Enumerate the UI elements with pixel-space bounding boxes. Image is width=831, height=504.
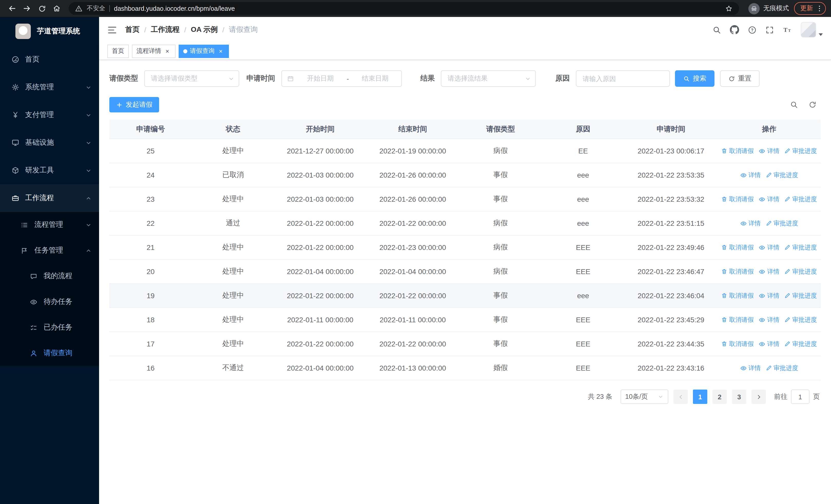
- cell-type: 事假: [459, 291, 542, 300]
- avatar[interactable]: [801, 22, 816, 37]
- sidebar-toggle-icon[interactable]: [107, 25, 117, 35]
- tab-leave-query[interactable]: 请假查询 ×: [179, 45, 229, 58]
- cell-actions: 取消请假详情审批进度: [718, 339, 821, 348]
- sidebar-item-system[interactable]: 系统管理: [0, 73, 99, 101]
- github-icon[interactable]: [730, 25, 739, 34]
- cancel-action-link[interactable]: 取消请假: [721, 243, 754, 252]
- sidebar-item-my-processes[interactable]: 我的流程: [0, 263, 99, 289]
- reset-button[interactable]: 重置: [720, 70, 760, 87]
- sidebar-item-workflow[interactable]: 工作流程: [0, 184, 99, 212]
- logo-image: [16, 24, 31, 39]
- browser-home-button[interactable]: [50, 2, 64, 16]
- sidebar-item-dev-tools[interactable]: 研发工具: [0, 156, 99, 184]
- create-leave-button[interactable]: 发起请假: [109, 97, 159, 112]
- breadcrumb-item[interactable]: OA 示例: [191, 25, 218, 34]
- sidebar-item-process-management[interactable]: 流程管理: [0, 212, 99, 238]
- url-text: dashboard.yudao.iocoder.cn/bpm/oa/leave: [114, 5, 721, 12]
- reason-input[interactable]: [582, 75, 663, 82]
- detail-action-link[interactable]: 详情: [740, 171, 761, 179]
- prev-page-button[interactable]: [674, 390, 688, 404]
- column-header: 状态: [192, 124, 275, 134]
- browser-reload-button[interactable]: [35, 2, 49, 16]
- sidebar-item-leave-query[interactable]: 请假查询: [0, 340, 99, 366]
- browser-menu-icon[interactable]: [815, 5, 823, 12]
- detail-action-link[interactable]: 详情: [759, 267, 779, 276]
- cancel-action-link[interactable]: 取消请假: [721, 339, 754, 348]
- sidebar-item-payment[interactable]: 支付管理: [0, 101, 99, 129]
- cancel-action-link[interactable]: 取消请假: [721, 316, 754, 324]
- address-bar[interactable]: 不安全 dashboard.yudao.iocoder.cn/bpm/oa/le…: [69, 2, 739, 15]
- page-button-1[interactable]: 1: [693, 390, 707, 404]
- sidebar-item-todo-tasks[interactable]: 待办任务: [0, 289, 99, 315]
- sidebar-item-infrastructure[interactable]: 基础设施: [0, 129, 99, 156]
- page-content: 请假类型 请选择请假类型 申请时间 开始日期 - 结束日期 结果 请选择流: [99, 60, 831, 504]
- cancel-action-link[interactable]: 取消请假: [721, 267, 754, 276]
- font-size-icon[interactable]: TT: [783, 25, 792, 34]
- cell-actions: 取消请假详情审批进度: [718, 291, 821, 300]
- detail-action-link[interactable]: 详情: [740, 364, 761, 373]
- bookmark-star-icon[interactable]: [725, 4, 733, 12]
- page-button-2[interactable]: 2: [712, 390, 727, 404]
- help-icon[interactable]: ?: [748, 25, 756, 34]
- progress-action-link[interactable]: 审批进度: [784, 195, 817, 204]
- breadcrumb-item[interactable]: 工作流程: [151, 25, 180, 34]
- browser-update-button[interactable]: 更新: [794, 2, 826, 15]
- progress-action-link[interactable]: 审批进度: [784, 339, 817, 348]
- detail-action-link[interactable]: 详情: [759, 147, 779, 155]
- user-menu[interactable]: [801, 22, 823, 37]
- progress-action-link[interactable]: 审批进度: [784, 243, 817, 252]
- progress-action-label: 审批进度: [792, 147, 817, 155]
- detail-action-link[interactable]: 详情: [759, 339, 779, 348]
- breadcrumb-item[interactable]: 首页: [125, 25, 140, 34]
- column-header: 原因: [542, 124, 624, 134]
- dashboard-icon: [11, 55, 20, 64]
- browser-forward-button[interactable]: [20, 2, 34, 16]
- next-page-button[interactable]: [751, 390, 766, 404]
- toggle-search-icon[interactable]: [790, 100, 798, 109]
- progress-action-link[interactable]: 审批进度: [766, 364, 798, 373]
- sidebar-item-home[interactable]: 首页: [0, 46, 99, 73]
- progress-action-link[interactable]: 审批进度: [784, 291, 817, 300]
- result-select[interactable]: 请选择流结果: [441, 70, 536, 87]
- tab-process-detail[interactable]: 流程详情 ×: [132, 45, 175, 58]
- table-row: 23处理中2022-01-03 00:00:002022-01-26 00:00…: [109, 187, 821, 211]
- refresh-table-icon[interactable]: [808, 100, 816, 109]
- detail-action-link[interactable]: 详情: [759, 195, 779, 204]
- apply-time-range-picker[interactable]: 开始日期 - 结束日期: [281, 70, 402, 87]
- leave-type-select[interactable]: 请选择请假类型: [144, 70, 239, 87]
- fullscreen-icon[interactable]: [765, 25, 774, 34]
- progress-action-link[interactable]: 审批进度: [766, 171, 798, 179]
- cell-status: 处理中: [192, 315, 275, 324]
- cell-end: 2022-01-13 00:00:00: [366, 364, 459, 372]
- page-size-select[interactable]: 10条/页: [621, 390, 668, 404]
- close-icon[interactable]: ×: [217, 48, 224, 55]
- search-button[interactable]: 搜索: [675, 70, 715, 87]
- search-icon[interactable]: [712, 25, 721, 34]
- yen-icon: [11, 111, 20, 119]
- detail-action-link[interactable]: 详情: [759, 243, 779, 252]
- cell-start: 2022-01-03 00:00:00: [274, 195, 366, 203]
- sidebar-item-label: 基础设施: [25, 138, 85, 147]
- cell-actions: 取消请假详情审批进度: [718, 147, 821, 155]
- leave-type-label: 请假类型: [109, 74, 138, 83]
- cancel-action-link[interactable]: 取消请假: [721, 291, 754, 300]
- browser-back-button[interactable]: [5, 2, 19, 16]
- cancel-action-link[interactable]: 取消请假: [721, 147, 754, 155]
- progress-action-link[interactable]: 审批进度: [784, 316, 817, 324]
- detail-action-link[interactable]: 详情: [759, 291, 779, 300]
- detail-action-link[interactable]: 详情: [759, 316, 779, 324]
- tab-home[interactable]: 首页: [107, 45, 129, 58]
- close-icon[interactable]: ×: [164, 48, 171, 55]
- page-button-3[interactable]: 3: [732, 390, 746, 404]
- progress-action-link[interactable]: 审批进度: [784, 267, 817, 276]
- detail-action-link[interactable]: 详情: [740, 219, 761, 228]
- search-button-label: 搜索: [693, 74, 706, 83]
- sidebar-item-done-tasks[interactable]: 已办任务: [0, 315, 99, 340]
- goto-page-input[interactable]: [791, 390, 809, 404]
- cell-applied: 2022-01-22 23:53:32: [624, 195, 718, 203]
- cancel-action-link[interactable]: 取消请假: [721, 195, 754, 204]
- progress-action-link[interactable]: 审批进度: [784, 147, 817, 155]
- pagination-total: 共 23 条: [588, 392, 612, 402]
- progress-action-link[interactable]: 审批进度: [766, 219, 798, 228]
- sidebar-item-task-management[interactable]: 任务管理: [0, 238, 99, 263]
